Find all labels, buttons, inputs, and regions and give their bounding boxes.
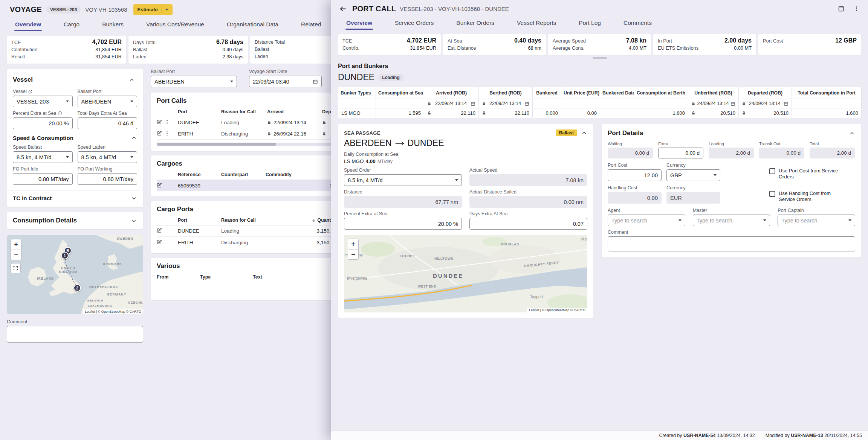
edit-icon[interactable] — [157, 119, 162, 126]
tab-port-log[interactable]: Port Log — [567, 16, 612, 30]
days-extra-at-sea-input[interactable]: 0.07 — [469, 218, 587, 230]
speed-consumption-section[interactable]: Speed & Consumption — [13, 135, 137, 141]
extra-input[interactable]: 0.00 d — [658, 148, 703, 158]
column-header-sortable[interactable]: Quantity — [286, 218, 339, 223]
voyage-start-date-input[interactable]: 22/09/24 03:40 — [249, 76, 322, 87]
kebab-menu-icon[interactable] — [164, 119, 170, 126]
calendar-button[interactable] — [836, 3, 847, 14]
tab-cargo[interactable]: Cargo — [52, 17, 91, 31]
comment-field[interactable] — [7, 326, 143, 343]
lock-icon — [267, 120, 271, 125]
port-call-comment-field[interactable] — [608, 236, 855, 251]
edit-icon[interactable] — [157, 183, 162, 189]
back-button[interactable] — [337, 3, 348, 14]
edit-icon[interactable] — [157, 228, 162, 234]
checkbox-box[interactable] — [769, 168, 775, 174]
bunker-value-cell[interactable]: 20.510 — [688, 108, 739, 118]
external-link-icon[interactable] — [28, 90, 32, 94]
voyage-map[interactable]: SWEDEN DENMARK UNITED KINGDOM IRELAND NE… — [7, 235, 143, 314]
tab-bunkers[interactable]: Bunkers — [91, 17, 135, 31]
estimate-label: Estimate — [138, 7, 158, 12]
master-combobox[interactable]: Type to search. — [693, 215, 770, 226]
bunker-date-cell[interactable]: 22/09/24 13:14 — [424, 99, 479, 108]
speed-order-select[interactable]: 8.5 kn, 4 MT/d — [344, 174, 462, 186]
currency-select[interactable]: GBP — [666, 169, 720, 181]
chevron-down-icon — [131, 195, 137, 201]
zoom-in-button[interactable]: + — [348, 239, 358, 249]
kpi-resize-handle[interactable] — [593, 57, 607, 59]
map-label: IRELAND — [37, 277, 54, 280]
tab-bunker-orders[interactable]: Bunker Orders — [445, 16, 506, 30]
map-marker-1[interactable]: 1 — [61, 252, 69, 259]
use-handling-cost-checkbox[interactable]: Use Handling Cost from Service Orders — [769, 190, 855, 204]
calendar-icon[interactable] — [784, 101, 789, 106]
ballast-port-select[interactable]: ABERDEEN — [78, 96, 138, 107]
agent-combobox[interactable]: Type to search. — [608, 215, 685, 226]
calendar-icon[interactable] — [524, 101, 529, 106]
percent-extra-at-sea-input[interactable]: 20.00 % — [344, 218, 462, 230]
bunker-value-cell[interactable]: 22.110 — [479, 108, 533, 118]
bunker-value-cell[interactable]: 0.00 — [561, 108, 600, 118]
bunker-date-cell[interactable]: 22/09/24 13:14 — [479, 99, 533, 108]
edit-icon[interactable] — [157, 131, 162, 137]
fo-port-idle-input[interactable]: 0.80 MT/day — [13, 173, 73, 185]
chevron-up-icon — [131, 135, 137, 141]
quantity-cell: 3,150.00 — [286, 228, 339, 234]
bunker-header-cell: Bunker Types — [338, 87, 376, 99]
map-marker-2[interactable]: 2 — [73, 284, 81, 292]
tab-overview[interactable]: Overview — [4, 17, 52, 31]
tab-vessel-reports[interactable]: Vessel Reports — [506, 16, 567, 30]
consumption-details-card[interactable]: Consumption Details — [7, 212, 143, 229]
bunker-value-cell[interactable]: 1.600 — [634, 108, 688, 118]
tab-overview[interactable]: Overview — [335, 16, 384, 30]
tab-related[interactable]: Related — [290, 17, 332, 31]
percent-extra-input[interactable]: 20.00 % — [13, 117, 73, 129]
arrived-cell[interactable]: 26/09/24 22:16 — [267, 131, 322, 137]
use-port-cost-checkbox[interactable]: Use Port Cost from Service Orders — [769, 168, 855, 181]
bunker-date-cell[interactable]: 24/09/24 13:14 — [739, 99, 792, 108]
port-cost-input[interactable]: 12.00 — [608, 169, 662, 181]
collapse-vessel-button[interactable] — [126, 74, 137, 85]
bunker-value-cell[interactable]: 20.510 — [739, 108, 792, 118]
arrived-cell[interactable]: 22/09/24 13:14 — [267, 120, 322, 125]
scrollbar-thumb[interactable] — [157, 143, 276, 146]
tab-organisational-data[interactable]: Organisational Data — [215, 17, 290, 31]
ballast-port-select-main[interactable]: ABERDEEN — [151, 76, 237, 87]
zoom-out-button[interactable]: − — [11, 250, 21, 260]
info-icon[interactable] — [58, 111, 62, 116]
sort-desc-icon — [312, 218, 316, 222]
fo-port-working-input[interactable]: 0.80 MT/day — [78, 173, 138, 185]
calendar-icon[interactable] — [313, 79, 318, 84]
chevron-down-icon — [763, 219, 766, 221]
chevron-up-icon[interactable] — [581, 130, 587, 136]
speed-laden-select[interactable]: 8.5 kn, 4 MT/d — [78, 151, 138, 163]
bunker-value-cell[interactable]: 0.000 — [533, 108, 561, 118]
bunker-value-cell[interactable]: 22.110 — [424, 108, 479, 118]
estimate-button[interactable]: Estimate — [133, 4, 173, 15]
bunker-value-cell[interactable]: 1.600 — [792, 108, 862, 118]
calendar-icon[interactable] — [471, 101, 475, 106]
tab-various-cost-revenue[interactable]: Various Cost/Revenue — [135, 17, 215, 31]
kebab-menu-button[interactable] — [851, 3, 862, 14]
tc-in-contract-section[interactable]: TC In Contract — [13, 195, 137, 201]
calendar-icon[interactable] — [730, 101, 735, 106]
bunker-date-cell[interactable]: 24/09/24 13:14 — [688, 99, 739, 108]
bunker-value-cell[interactable]: 1.595 — [376, 108, 424, 118]
sea-passage-map[interactable]: Monifieth DOUGLAS LOCHEE HILLTOWN BROUGH… — [344, 235, 587, 312]
checkbox-box[interactable] — [769, 191, 775, 197]
kpi-label: Contrib. — [342, 45, 359, 52]
bunker-header-cell: Departed (ROB) — [739, 87, 792, 99]
bunker-value-cell[interactable] — [600, 108, 634, 118]
kebab-menu-icon[interactable] — [164, 131, 170, 137]
edit-icon[interactable] — [157, 239, 162, 246]
days-extra-input[interactable]: 0.46 d — [78, 117, 138, 129]
tab-service-orders[interactable]: Service Orders — [384, 16, 445, 30]
fullscreen-button[interactable] — [11, 263, 21, 273]
port-captain-combobox[interactable]: Type to search. — [778, 215, 855, 226]
tab-comments[interactable]: Comments — [612, 16, 663, 30]
zoom-out-button[interactable]: − — [348, 249, 358, 259]
speed-ballast-select[interactable]: 8.5 kn, 4 MT/d — [13, 151, 73, 163]
vessel-select[interactable]: VESSEL-203 — [13, 96, 73, 107]
chevron-up-icon[interactable] — [849, 130, 855, 137]
zoom-in-button[interactable]: + — [11, 239, 21, 250]
